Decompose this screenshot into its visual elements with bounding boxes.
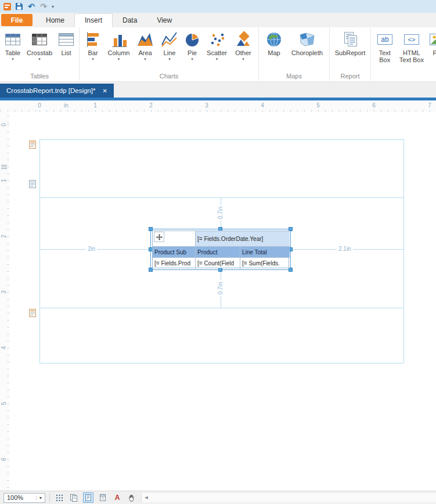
page-footer-bottom-line <box>39 363 403 363</box>
button-label: Other <box>235 49 251 56</box>
crosstab-data-cell[interactable]: [= Sum(Fields. <box>240 258 290 269</box>
statusbar: 100% ▼ A ◀ <box>0 491 436 504</box>
tab-view[interactable]: View <box>147 13 182 27</box>
button-label: Choropleth <box>291 49 323 56</box>
bar-chart-button[interactable]: Bar ▾ <box>82 30 104 61</box>
ribbon-group-misc: ab Text Box <> HTML Text Box Pic <box>371 27 436 81</box>
map-button[interactable]: Map <box>262 30 286 56</box>
button-label: Bar <box>88 49 98 56</box>
list-icon <box>57 30 75 49</box>
hand-icon[interactable] <box>127 492 137 503</box>
undo-icon[interactable]: ↶ <box>27 2 35 10</box>
crosstab-item[interactable]: [= Fields.OrderDate.Year] Product Sub Pr… <box>152 231 289 268</box>
button-label: Map <box>268 49 280 56</box>
subreport-icon <box>341 30 359 49</box>
column-chart-button[interactable]: Column ▾ <box>105 30 132 61</box>
crosstab-header-cell[interactable]: Product Sub <box>153 247 196 258</box>
detail-section-top-line <box>39 197 403 198</box>
section-icon-page-footer[interactable] <box>29 309 36 317</box>
button-label: Text Box <box>374 49 396 64</box>
ruler-number: 0 <box>1 121 8 128</box>
ruler-number: 3 <box>201 102 212 109</box>
letter-a-icon[interactable]: A <box>112 492 122 503</box>
report-designer-window: ↶ ↷ ▾ File Home Insert Data View Table ▾ <box>0 0 436 504</box>
crosstab-data-cell[interactable]: [= Fields.Prod <box>153 258 196 269</box>
save-icon[interactable] <box>15 2 23 10</box>
crosstab-header-cell[interactable]: Product <box>196 247 240 258</box>
page-ruler-icon[interactable] <box>98 492 108 503</box>
ribbon-group-tables: Table ▾ Crosstab ▾ List Tables <box>0 27 80 81</box>
ruler-number: 1 <box>1 177 8 184</box>
crosstab-button[interactable]: Crosstab ▾ <box>25 30 54 61</box>
pie-chart-icon <box>183 30 201 49</box>
ruler-number: 2 <box>1 233 8 240</box>
resize-handle-top-right[interactable] <box>289 227 293 231</box>
ruler-number: 0 <box>34 102 45 109</box>
page-icon[interactable] <box>83 492 93 503</box>
dimension-label-bottom: 0.7in <box>217 280 224 297</box>
picture-box-button[interactable]: Pic <box>427 30 436 56</box>
other-chart-button[interactable]: Other ▾ <box>232 30 255 61</box>
close-icon[interactable]: ✕ <box>102 88 107 94</box>
text-box-icon: ab <box>376 30 394 49</box>
chevron-down-icon: ▼ <box>36 496 45 500</box>
tab-data[interactable]: Data <box>113 13 147 27</box>
subreport-button[interactable]: SubReport <box>331 30 369 56</box>
section-icon-detail[interactable] <box>29 180 36 188</box>
zoom-combobox[interactable]: 100% ▼ <box>3 493 45 503</box>
ruler-number: 6 <box>368 102 380 109</box>
ruler-number: 6 <box>1 456 8 463</box>
grid-dots-icon[interactable] <box>54 492 64 503</box>
scatter-chart-button[interactable]: Scatter ▾ <box>203 30 230 61</box>
html-text-box-button[interactable]: <> HTML Text Box <box>398 30 426 64</box>
crosstab-data-cell[interactable]: [= Count(Field <box>196 258 240 269</box>
group-label-tables: Tables <box>0 73 79 80</box>
ruler-number: 3 <box>1 289 8 296</box>
button-label: Pie <box>188 49 197 56</box>
scatter-chart-icon <box>208 30 226 49</box>
table-button[interactable]: Table ▾ <box>2 30 24 61</box>
dimension-label-top: 0.7in <box>217 205 224 221</box>
section-icon-page-header[interactable] <box>29 141 36 149</box>
chevron-down-icon: ▾ <box>92 57 94 61</box>
tab-home[interactable]: Home <box>36 13 74 27</box>
svg-text:<>: <> <box>408 36 415 43</box>
list-button[interactable]: List <box>55 30 77 56</box>
button-label: Column <box>108 49 130 56</box>
other-chart-icon <box>234 30 253 49</box>
line-chart-button[interactable]: Line ▾ <box>158 30 181 61</box>
choropleth-button[interactable]: Choropleth <box>288 30 326 56</box>
button-label: Area <box>138 49 152 56</box>
ribbon-group-maps: Map Choropleth Maps <box>259 27 330 81</box>
group-label-report: Report <box>330 73 370 80</box>
html-text-box-icon: <> <box>402 30 421 49</box>
group-label-charts: Charts <box>80 73 258 80</box>
app-logo-icon <box>3 2 11 10</box>
svg-text:ab: ab <box>381 35 389 44</box>
crosstab-header-cell[interactable]: Line Total <box>240 247 290 258</box>
chevron-down-icon: ▾ <box>144 57 146 61</box>
move-handle-icon[interactable] <box>154 232 164 242</box>
pie-chart-button[interactable]: Pie ▾ <box>182 30 202 61</box>
text-box-button[interactable]: ab Text Box <box>374 30 396 64</box>
choropleth-icon <box>298 30 316 49</box>
button-label: Line <box>164 49 176 56</box>
ruler-number: 1 <box>89 102 101 109</box>
resize-handle-bottom-left[interactable] <box>149 268 153 272</box>
page-header-top-line <box>39 139 403 140</box>
ribbon-group-charts: Bar ▾ Column ▾ Area ▾ L <box>80 27 259 81</box>
horizontal-scrollbar[interactable]: ◀ <box>141 493 436 502</box>
ruler-number: 4 <box>1 344 8 351</box>
file-tab[interactable]: File <box>1 14 33 26</box>
design-surface[interactable]: 2in 2.1in 0.7in 0.7in [= Fields.OrderDat… <box>9 112 436 491</box>
scroll-left-icon[interactable]: ◀ <box>142 495 151 500</box>
two-pages-icon[interactable] <box>69 492 79 503</box>
crosstab-column-group-cell[interactable]: [= Fields.OrderDate.Year] <box>196 231 290 247</box>
document-tab-active[interactable]: CrosstabReport.trdp [Design]* ✕ <box>0 84 114 98</box>
zoom-value: 100% <box>4 494 36 501</box>
redo-icon[interactable]: ↷ <box>39 2 48 10</box>
tab-insert[interactable]: Insert <box>74 13 113 27</box>
area-chart-button[interactable]: Area ▾ <box>134 30 157 61</box>
quick-access-dropdown-icon[interactable]: ▾ <box>52 4 54 9</box>
ruler-unit-label: in <box>60 102 72 109</box>
